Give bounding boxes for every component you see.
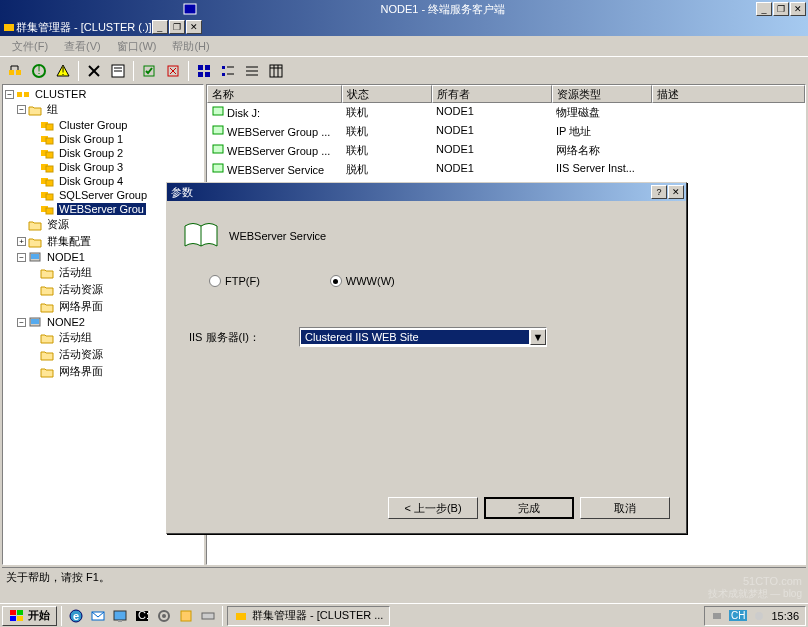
ql-services[interactable]	[154, 606, 174, 626]
outer-titlebar: NODE1 - 终端服务客户端 _ ❐ ✕	[0, 0, 808, 18]
server-icon	[28, 251, 42, 263]
tb-btn-props[interactable]	[107, 60, 129, 82]
tree-group-item[interactable]: Cluster Group	[57, 119, 129, 131]
svg-rect-51	[46, 208, 53, 214]
svg-rect-55	[31, 319, 39, 324]
menu-file[interactable]: 文件(F)	[4, 37, 56, 56]
radio-ftp[interactable]: FTP(F)	[209, 275, 260, 287]
system-tray[interactable]: CH 15:36	[704, 606, 806, 626]
server-icon	[28, 316, 42, 328]
folder-open-icon	[28, 104, 42, 116]
group-icon	[40, 133, 54, 145]
ql-cmd[interactable]: C:\	[132, 606, 152, 626]
outer-title: NODE1 - 终端服务客户端	[381, 2, 757, 17]
tree-group-item[interactable]: Disk Group 1	[57, 133, 125, 145]
tree-group-item[interactable]: Disk Group 3	[57, 161, 125, 173]
tb-view-details[interactable]	[265, 60, 287, 82]
tree-group-item[interactable]: Disk Group 2	[57, 147, 125, 159]
group-icon	[40, 119, 54, 131]
tray-icon[interactable]	[711, 610, 723, 622]
menu-help[interactable]: 帮助(H)	[164, 37, 217, 56]
start-button[interactable]: 开始	[2, 606, 57, 626]
tree-toggle[interactable]: −	[17, 318, 26, 327]
tb-btn-3[interactable]: !	[52, 60, 74, 82]
terminal-icon	[2, 2, 378, 16]
clock[interactable]: 15:36	[771, 610, 799, 622]
service-name-label: WEBServer Service	[229, 230, 326, 242]
dialog-close-button[interactable]: ✕	[668, 185, 684, 199]
tree-node2-item[interactable]: 活动组	[57, 330, 94, 345]
ql-desktop[interactable]	[110, 606, 130, 626]
tree-toggle[interactable]: −	[17, 253, 26, 262]
menu-window[interactable]: 窗口(W)	[109, 37, 165, 56]
menu-view[interactable]: 查看(V)	[56, 37, 109, 56]
tree-node1[interactable]: NODE1	[45, 251, 87, 263]
tree-group-item[interactable]: Disk Group 4	[57, 175, 125, 187]
tree-node2-item[interactable]: 网络界面	[57, 364, 105, 379]
tb-btn-2[interactable]: !	[28, 60, 50, 82]
col-status[interactable]: 状态	[342, 85, 432, 103]
tb-btn-1[interactable]	[4, 60, 26, 82]
tree-group-item[interactable]: SQLServer Group	[57, 189, 149, 201]
tree-groups[interactable]: 组	[45, 102, 60, 117]
ql-admin[interactable]	[176, 606, 196, 626]
finish-button[interactable]: 完成	[484, 497, 574, 519]
tree-node2-item[interactable]: 活动资源	[57, 347, 105, 362]
list-row[interactable]: WEBServer Service 脱机 NODE1 IIS Server In…	[207, 160, 805, 179]
col-type[interactable]: 资源类型	[552, 85, 652, 103]
tray-icon[interactable]	[753, 610, 765, 622]
ime-indicator[interactable]: CH	[729, 610, 747, 621]
tree-node2[interactable]: NONE2	[45, 316, 87, 328]
tree-group-item-selected[interactable]: WEBServer Grou	[57, 203, 146, 215]
tb-view-large[interactable]	[193, 60, 215, 82]
resource-icon	[211, 162, 225, 174]
svg-rect-77	[713, 613, 721, 619]
svg-rect-69	[118, 620, 122, 622]
col-owner[interactable]: 所有者	[432, 85, 552, 103]
radio-www[interactable]: WWW(W)	[330, 275, 395, 287]
minimize-button[interactable]: _	[756, 2, 772, 16]
tree-cluster[interactable]: CLUSTER	[33, 88, 88, 100]
iis-server-combo[interactable]: Clustered IIS WEB Site ▼	[299, 327, 547, 347]
svg-rect-61	[10, 610, 16, 615]
col-name[interactable]: 名称	[207, 85, 342, 103]
folder-icon	[28, 219, 42, 231]
tree-toggle[interactable]: −	[5, 90, 14, 99]
list-row[interactable]: WEBServer Group ... 联机 NODE1 网络名称	[207, 141, 805, 160]
ql-ie[interactable]: e	[66, 606, 86, 626]
tb-view-list[interactable]	[241, 60, 263, 82]
inner-close-button[interactable]: ✕	[186, 20, 202, 34]
inner-restore-button[interactable]: ❐	[169, 20, 185, 34]
taskbar-task[interactable]: 群集管理器 - [CLUSTER ...	[227, 606, 390, 626]
tree-toggle[interactable]: −	[17, 105, 26, 114]
cancel-button[interactable]: 取消	[580, 497, 670, 519]
dialog-help-button[interactable]: ?	[651, 185, 667, 199]
tree-node1-item[interactable]: 活动资源	[57, 282, 105, 297]
tree-node1-item[interactable]: 网络界面	[57, 299, 105, 314]
ql-disk[interactable]	[198, 606, 218, 626]
svg-rect-75	[202, 613, 214, 619]
tree-toggle[interactable]: +	[17, 237, 26, 246]
inner-minimize-button[interactable]: _	[152, 20, 168, 34]
tb-btn-delete[interactable]	[83, 60, 105, 82]
tree-resources[interactable]: 资源	[45, 217, 71, 232]
tb-btn-7[interactable]	[162, 60, 184, 82]
close-button[interactable]: ✕	[790, 2, 806, 16]
svg-rect-47	[46, 180, 53, 186]
col-desc[interactable]: 描述	[652, 85, 805, 103]
back-button[interactable]: < 上一步(B)	[388, 497, 478, 519]
svg-rect-26	[222, 73, 225, 76]
ql-outlook[interactable]	[88, 606, 108, 626]
maximize-button[interactable]: ❐	[773, 2, 789, 16]
svg-rect-3	[9, 70, 14, 75]
chevron-down-icon[interactable]: ▼	[530, 329, 546, 345]
tree-config[interactable]: 群集配置	[45, 234, 93, 249]
svg-rect-59	[213, 164, 223, 172]
tb-view-small[interactable]	[217, 60, 239, 82]
svg-text:!: !	[61, 65, 64, 77]
svg-rect-32	[270, 65, 282, 77]
list-row[interactable]: Disk J: 联机 NODE1 物理磁盘	[207, 103, 805, 122]
tree-node1-item[interactable]: 活动组	[57, 265, 94, 280]
list-row[interactable]: WEBServer Group ... 联机 NODE1 IP 地址	[207, 122, 805, 141]
tb-btn-6[interactable]	[138, 60, 160, 82]
